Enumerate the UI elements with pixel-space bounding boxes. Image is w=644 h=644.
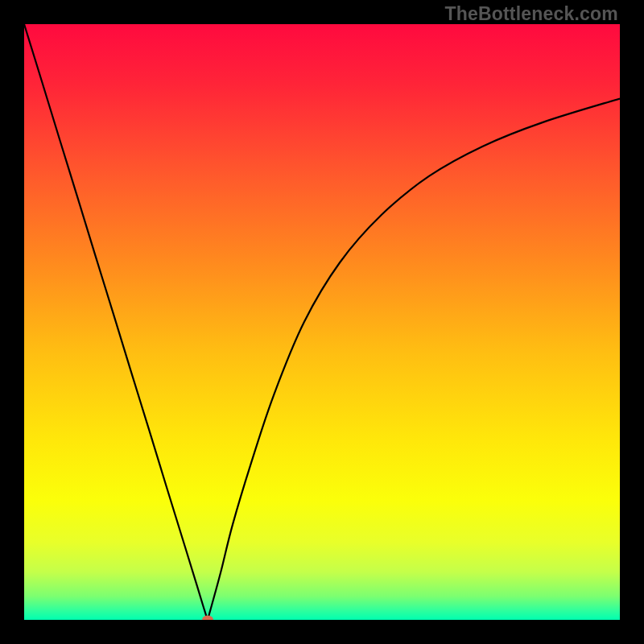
optimum-marker (202, 616, 213, 621)
plot-area (24, 24, 620, 620)
curve-left-branch (24, 24, 208, 620)
curve-right-branch (208, 99, 620, 621)
watermark-text: TheBottleneck.com (444, 3, 618, 25)
chart-frame: TheBottleneck.com (0, 0, 644, 644)
bottleneck-curve (24, 24, 620, 620)
